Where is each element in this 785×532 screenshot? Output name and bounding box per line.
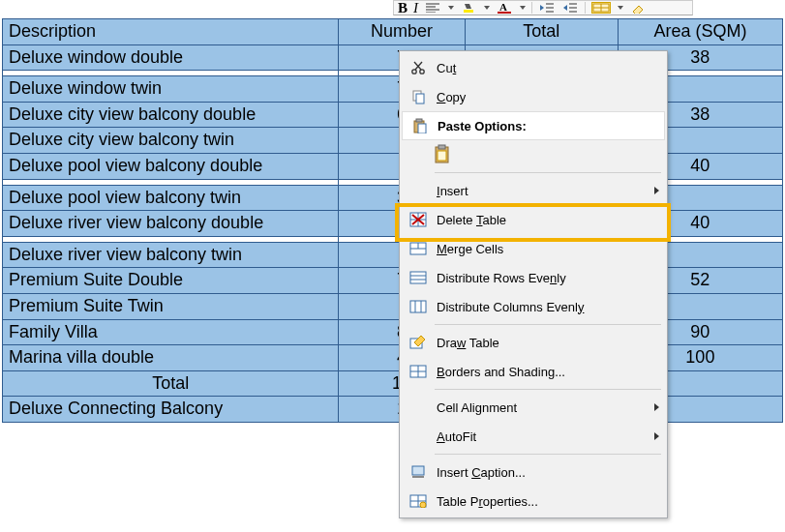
- table-cell[interactable]: Marina villa double: [3, 345, 339, 371]
- italic-button[interactable]: I: [413, 0, 418, 16]
- table-cell[interactable]: Deluxe Connecting Balcony: [3, 397, 339, 423]
- eraser-icon[interactable]: [629, 2, 647, 14]
- dropdown-arrow-icon[interactable]: [448, 6, 454, 10]
- menu-label: Table Properties...: [437, 494, 659, 509]
- header-total: Total: [465, 19, 618, 45]
- menu-insert[interactable]: Insert: [402, 176, 665, 205]
- toolbar-divider: [531, 2, 532, 14]
- menu-label: Delete Table: [437, 213, 659, 227]
- menu-table-properties[interactable]: Table Properties...: [402, 487, 665, 516]
- menu-label: Distribute Rows Evenly: [437, 271, 659, 285]
- dropdown-arrow-icon[interactable]: [484, 6, 490, 10]
- table-properties-icon: [406, 490, 431, 512]
- distribute-rows-icon: [406, 267, 431, 288]
- font-color-icon[interactable]: A: [496, 2, 513, 14]
- svg-point-51: [420, 502, 426, 508]
- copy-icon: [406, 86, 431, 107]
- header-description: Description: [3, 19, 339, 45]
- table-cell[interactable]: Family Villa: [3, 319, 339, 345]
- table-cell[interactable]: Deluxe river view balcony double: [3, 211, 339, 237]
- menu-insert-caption[interactable]: Insert Caption...: [402, 458, 665, 487]
- menu-cut[interactable]: Cut: [402, 53, 665, 82]
- delete-table-icon: [406, 209, 431, 230]
- svg-rect-23: [416, 119, 422, 122]
- table-cell[interactable]: Deluxe pool view balcony twin: [3, 185, 339, 211]
- header-number: Number: [339, 19, 465, 45]
- menu-copy[interactable]: Copy: [402, 82, 665, 111]
- dropdown-arrow-icon[interactable]: [618, 6, 623, 10]
- increase-indent-icon[interactable]: [561, 2, 579, 14]
- insert-table-icon[interactable]: [591, 2, 611, 14]
- distribute-columns-icon: [406, 296, 431, 317]
- menu-distribute-rows[interactable]: Distribute Rows Evenly: [402, 263, 665, 292]
- svg-line-18: [415, 62, 422, 70]
- menu-separator: [435, 454, 661, 455]
- svg-rect-36: [410, 272, 426, 283]
- table-header-row: Description Number Total Area (SQM): [3, 19, 783, 45]
- menu-separator: [435, 389, 661, 390]
- submenu-arrow-icon: [654, 403, 659, 411]
- merge-cells-icon: [406, 238, 431, 259]
- blank-icon: [406, 180, 431, 201]
- svg-rect-47: [412, 476, 424, 478]
- toolbar-divider: [585, 2, 586, 14]
- submenu-arrow-icon: [654, 187, 659, 194]
- table-cell[interactable]: Premium Suite Twin: [3, 293, 339, 319]
- align-icon[interactable]: [424, 2, 441, 14]
- menu-label: Distribute Columns Evenly: [437, 300, 659, 314]
- menu-merge-cells[interactable]: Merge Cells: [402, 234, 665, 263]
- menu-label: Copy: [437, 90, 659, 104]
- blank-icon: [406, 397, 431, 418]
- svg-text:A: A: [499, 2, 507, 13]
- table-context-menu: Cut Copy Paste Options: Insert Delete Ta…: [399, 50, 668, 518]
- svg-rect-6: [498, 12, 511, 14]
- menu-label: Draw Table: [437, 336, 659, 350]
- cut-icon: [406, 57, 431, 78]
- svg-rect-27: [438, 151, 446, 161]
- menu-separator: [435, 324, 661, 325]
- submenu-arrow-icon: [654, 432, 659, 440]
- menu-label: Insert Caption...: [437, 465, 659, 480]
- svg-rect-4: [464, 10, 473, 13]
- menu-label: AutoFit: [437, 429, 654, 444]
- menu-paste-keep-formatting[interactable]: [402, 140, 665, 169]
- svg-point-16: [412, 70, 416, 74]
- menu-borders-shading[interactable]: Borders and Shading...: [402, 357, 665, 386]
- borders-shading-icon: [406, 361, 431, 382]
- table-cell[interactable]: Deluxe window twin: [3, 76, 339, 103]
- menu-label: Merge Cells: [437, 242, 659, 256]
- svg-rect-39: [410, 301, 426, 312]
- table-cell[interactable]: Deluxe window double: [3, 44, 339, 71]
- bold-button[interactable]: B: [398, 0, 408, 16]
- menu-autofit[interactable]: AutoFit: [402, 422, 665, 451]
- menu-label: Borders and Shading...: [437, 365, 659, 379]
- draw-table-icon: [406, 332, 431, 353]
- table-cell[interactable]: Deluxe pool view balcony double: [3, 153, 339, 179]
- dropdown-arrow-icon[interactable]: [520, 6, 526, 10]
- paste-icon: [407, 115, 432, 136]
- menu-label: Cut: [437, 61, 659, 75]
- mini-toolbar: B I A: [393, 0, 693, 15]
- highlight-icon[interactable]: [460, 2, 477, 14]
- table-cell[interactable]: Deluxe river view balcony twin: [3, 242, 339, 268]
- table-cell[interactable]: Deluxe city view balcony twin: [3, 128, 339, 154]
- svg-line-19: [414, 62, 421, 70]
- menu-distribute-columns[interactable]: Distribute Columns Evenly: [402, 292, 665, 321]
- table-cell[interactable]: Total: [3, 370, 339, 397]
- menu-separator: [435, 172, 661, 173]
- paste-clipboard-icon: [431, 144, 456, 165]
- menu-delete-table[interactable]: Delete Table: [402, 205, 665, 234]
- menu-label: Insert: [437, 184, 654, 198]
- blank-icon: [406, 426, 431, 447]
- menu-label: Cell Alignment: [437, 400, 654, 415]
- table-cell[interactable]: Premium Suite Double: [3, 268, 339, 294]
- decrease-indent-icon[interactable]: [538, 2, 556, 14]
- menu-label: Paste Options:: [438, 119, 658, 133]
- svg-rect-21: [416, 94, 424, 103]
- caption-icon: [406, 461, 431, 483]
- menu-cell-alignment[interactable]: Cell Alignment: [402, 393, 665, 422]
- table-cell[interactable]: Deluxe city view balcony double: [3, 102, 339, 128]
- header-area: Area (SQM): [618, 19, 782, 45]
- menu-paste-options-header: Paste Options:: [402, 111, 665, 140]
- menu-draw-table[interactable]: Draw Table: [402, 328, 665, 357]
